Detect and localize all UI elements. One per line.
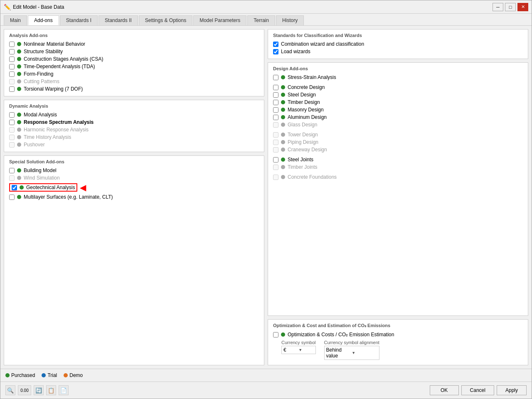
list-item: Concrete Design xyxy=(273,84,523,91)
list-item: Concrete Foundations xyxy=(273,173,523,181)
special-section-title: Special Solution Add-ons xyxy=(9,159,259,164)
legend-purchased: Purchased xyxy=(5,372,35,378)
glass-checkbox[interactable] xyxy=(273,122,278,128)
currency-alignment-label: Currency symbol alignment xyxy=(324,340,379,345)
search-icon[interactable]: 🔍 xyxy=(5,385,15,395)
steeljoints-checkbox[interactable] xyxy=(273,157,278,163)
currency-symbol-select[interactable]: € ▼ xyxy=(281,346,316,354)
apply-button[interactable]: Apply xyxy=(497,385,527,395)
list-item: Construction Stages Analysis (CSA) xyxy=(9,55,259,63)
tab-addons[interactable]: Add-ons xyxy=(28,15,59,25)
response-label: Response Spectrum Analysis xyxy=(24,119,94,125)
response-checkbox[interactable] xyxy=(9,120,15,125)
concrete-checkbox[interactable] xyxy=(273,85,278,90)
purchased-legend-label: Purchased xyxy=(11,372,35,378)
currency-alignment-select[interactable]: Behind value ▼ xyxy=(324,346,379,360)
list-item: Form-Finding xyxy=(9,70,259,78)
cancel-button[interactable]: Cancel xyxy=(461,385,494,395)
tab-model[interactable]: Model Parameters xyxy=(193,15,246,25)
csa-checkbox[interactable] xyxy=(9,57,15,62)
refresh-icon[interactable]: 🔄 xyxy=(34,385,44,395)
maximize-button[interactable]: □ xyxy=(505,3,516,11)
stability-checkbox[interactable] xyxy=(9,49,15,54)
analysis-section-title: Analysis Add-ons xyxy=(9,33,259,38)
stability-label: Structure Stability xyxy=(24,49,63,54)
tab-history[interactable]: History xyxy=(276,15,304,25)
timberjoints-checkbox[interactable] xyxy=(273,165,278,170)
purchased-dot xyxy=(17,64,21,69)
minimize-button[interactable]: ─ xyxy=(493,3,503,11)
tab-standards1[interactable]: Standards I xyxy=(60,15,98,25)
dynamic-section: Dynamic Analysis Modal Analysis Response… xyxy=(4,100,264,152)
list-item: Multilayer Surfaces (e.g. Laminate, CLT) xyxy=(9,193,259,201)
design-section-title: Design Add-ons xyxy=(273,66,523,71)
tower-checkbox[interactable] xyxy=(273,132,278,138)
torsional-label: Torsional Warping (7 DOF) xyxy=(24,86,83,92)
stress-strain-checkbox[interactable] xyxy=(273,75,278,80)
aluminum-checkbox[interactable] xyxy=(273,115,278,120)
modal-checkbox[interactable] xyxy=(9,112,15,118)
formfinding-checkbox[interactable] xyxy=(9,71,15,77)
list-item: Tower Design xyxy=(273,131,523,138)
red-arrow-icon: ◀ xyxy=(80,182,86,192)
list-item: Stress-Strain Analysis xyxy=(273,74,523,81)
cutting-checkbox[interactable] xyxy=(9,79,15,84)
window-icon: ✏️ xyxy=(4,4,10,10)
load-wizards-checkbox[interactable] xyxy=(273,49,278,54)
list-item: Building Model xyxy=(9,167,259,174)
value-icon[interactable]: 0.00 xyxy=(18,385,31,395)
document-icon[interactable]: 📄 xyxy=(59,385,69,395)
currency-alignment-value: Behind value xyxy=(326,347,352,359)
building-checkbox[interactable] xyxy=(9,168,15,173)
tab-terrain[interactable]: Terrain xyxy=(247,15,275,25)
purchased-dot xyxy=(17,87,21,91)
purchased-dot xyxy=(281,158,285,162)
combination-wizard-checkbox[interactable] xyxy=(273,42,278,47)
list-item: Glass Design xyxy=(273,121,523,128)
tab-main[interactable]: Main xyxy=(4,15,27,25)
concrete-found-checkbox[interactable] xyxy=(273,175,278,180)
left-panel: Analysis Add-ons Nonlinear Material Beha… xyxy=(4,29,264,365)
geotechnical-checkbox[interactable] xyxy=(12,185,17,190)
close-button[interactable]: ✕ xyxy=(517,3,528,11)
tda-checkbox[interactable] xyxy=(9,64,15,69)
pushover-label: Pushover xyxy=(24,142,45,148)
ok-button[interactable]: OK xyxy=(430,385,459,395)
wind-checkbox[interactable] xyxy=(9,175,15,181)
harmonic-checkbox[interactable] xyxy=(9,127,15,133)
purchased-dot xyxy=(20,185,24,190)
dropdown-arrow-icon: ▼ xyxy=(352,351,377,355)
purchased-legend-dot xyxy=(5,373,10,377)
tab-settings[interactable]: Settings & Options xyxy=(139,15,192,25)
opt-checkbox[interactable] xyxy=(273,332,278,337)
demo-dot xyxy=(17,135,21,139)
masonry-checkbox[interactable] xyxy=(273,107,278,113)
pushover-checkbox[interactable] xyxy=(9,142,15,148)
dropdown-arrow-icon: ▼ xyxy=(298,348,313,352)
purchased-dot xyxy=(281,93,285,97)
list-item: Masonry Design xyxy=(273,106,523,113)
craneway-checkbox[interactable] xyxy=(273,147,278,153)
tab-standards2[interactable]: Standards II xyxy=(99,15,138,25)
demo-dot xyxy=(281,133,285,137)
timber-checkbox[interactable] xyxy=(273,100,278,105)
multilayer-label: Multilayer Surfaces (e.g. Laminate, CLT) xyxy=(24,194,113,200)
dialog-buttons: OK Cancel Apply xyxy=(430,385,527,395)
purchased-dot xyxy=(17,72,21,76)
purchased-dot xyxy=(281,85,285,89)
tda-label: Time-Dependent Analysis (TDA) xyxy=(24,64,95,69)
timberjoints-label: Timber Joints xyxy=(288,164,318,170)
multilayer-checkbox[interactable] xyxy=(9,195,15,200)
timehistory-checkbox[interactable] xyxy=(9,135,15,140)
steel-checkbox[interactable] xyxy=(273,92,278,98)
stress-strain-label: Stress-Strain Analysis xyxy=(288,74,336,80)
nonlinear-checkbox[interactable] xyxy=(9,42,15,47)
steeljoints-label: Steel Joints xyxy=(288,157,313,163)
list-item: Steel Joints xyxy=(273,156,523,163)
currency-symbol-field: Currency symbol € ▼ xyxy=(281,340,316,360)
torsional-checkbox[interactable] xyxy=(9,86,15,92)
list-item: Time History Analysis xyxy=(9,133,259,141)
clipboard-icon[interactable]: 📋 xyxy=(46,385,56,395)
piping-checkbox[interactable] xyxy=(273,140,278,145)
title-controls: ─ □ ✕ xyxy=(493,3,528,11)
